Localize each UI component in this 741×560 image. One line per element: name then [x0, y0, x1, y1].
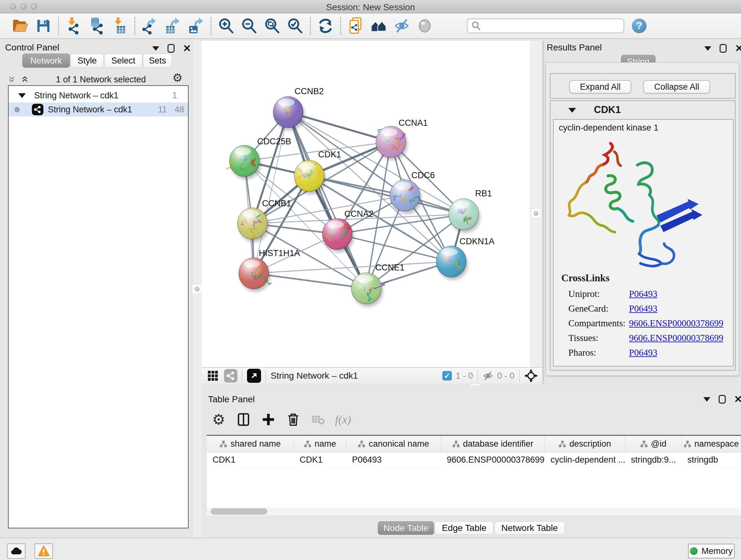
selected-checkbox-icon[interactable]: ✓: [442, 371, 452, 381]
network-edge: [288, 112, 366, 288]
panel-float-icon[interactable]: [719, 395, 726, 403]
birdseye-crosshair-icon[interactable]: [524, 369, 538, 383]
panel-close-icon[interactable]: ✕: [734, 394, 741, 404]
node-highlight: [299, 163, 316, 170]
collapse-all-button[interactable]: Collapse All: [643, 80, 710, 94]
clone-network-icon[interactable]: [344, 15, 367, 37]
tab-edge-table[interactable]: Edge Table: [434, 521, 494, 535]
network-node-CCNE1[interactable]: CCNE1: [351, 263, 405, 307]
collapse-triangle-icon[interactable]: [568, 108, 576, 113]
show-all-views-icon[interactable]: [367, 15, 390, 37]
network-node-CDK1[interactable]: CDK1: [294, 150, 341, 194]
cloud-icon[interactable]: [7, 543, 25, 559]
panel-menu-icon[interactable]: [152, 46, 159, 51]
splitter-handle[interactable]: [531, 208, 541, 218]
save-session-icon[interactable]: [32, 15, 55, 37]
table-settings-gear-icon[interactable]: ⚙: [209, 410, 228, 429]
warning-icon[interactable]: [35, 543, 53, 559]
column-header-id[interactable]: @id: [625, 436, 682, 452]
column-header-canonical-name[interactable]: canonical name: [346, 436, 441, 452]
open-session-icon[interactable]: [9, 15, 32, 37]
network-row-selected[interactable]: String Network – cdk1 11 48: [9, 103, 188, 117]
panel-menu-icon[interactable]: [703, 397, 711, 401]
clear-table-icon[interactable]: [308, 410, 328, 429]
crosslink-genecard-link[interactable]: P06493: [629, 303, 657, 314]
network-node-CCNA1[interactable]: CCNA1: [376, 118, 428, 160]
network-node-CDC6[interactable]: CDC6: [390, 171, 435, 214]
crosslink-row: Pharos: P06493: [568, 345, 728, 360]
expand-all-button[interactable]: Expand All: [569, 80, 631, 94]
grid-view-icon[interactable]: [204, 366, 221, 386]
search-input[interactable]: [467, 18, 624, 33]
control-panel-window-buttons: ✕: [152, 44, 191, 53]
tab-sets[interactable]: Sets: [143, 54, 172, 68]
memory-button[interactable]: Memory: [688, 544, 735, 558]
add-column-icon[interactable]: [259, 410, 278, 429]
collapse-triangle-icon[interactable]: [18, 93, 26, 98]
crosslink-pharos-link[interactable]: P06493: [629, 348, 657, 358]
import-table-from-file-icon[interactable]: [108, 15, 131, 37]
zoom-selected-icon[interactable]: [284, 15, 307, 37]
import-network-from-database-icon[interactable]: [85, 15, 108, 37]
network-options-gear-icon[interactable]: ⚙: [172, 72, 183, 84]
hide-graphics-details-icon[interactable]: [390, 15, 413, 37]
export-network-icon[interactable]: [138, 15, 161, 37]
panel-float-icon[interactable]: [167, 44, 175, 53]
expand-collapse-bar: Expand All Collapse All: [550, 73, 736, 99]
zoom-in-icon[interactable]: [215, 15, 238, 37]
panel-menu-icon[interactable]: [704, 46, 711, 51]
network-node-RB1[interactable]: RB1: [449, 189, 492, 233]
scrollbar-thumb[interactable]: [211, 508, 267, 515]
panel-float-icon[interactable]: [720, 44, 727, 53]
hidden-eye-icon[interactable]: [482, 370, 493, 381]
network-node-CCNB2[interactable]: CCNB2: [273, 86, 324, 131]
show-columns-icon[interactable]: [233, 410, 253, 429]
network-canvas[interactable]: CCNB2CCNA1CDC25BCDK1CDC6RB1CCNB1CCNA2CDK…: [202, 41, 530, 367]
column-header-database-identifier[interactable]: database identifier: [441, 436, 545, 452]
column-header-namespace[interactable]: namespace: [682, 436, 741, 452]
tab-style[interactable]: Style: [71, 54, 104, 68]
crosslink-uniprot-link[interactable]: P06493: [629, 289, 657, 299]
panel-divider: [542, 41, 544, 384]
panel-close-icon[interactable]: ✕: [183, 44, 191, 53]
network-collection-row[interactable]: String Network – cdk1 1: [9, 88, 188, 103]
panel-close-icon[interactable]: ✕: [735, 44, 741, 53]
column-header-name[interactable]: name: [294, 436, 346, 452]
delete-column-icon[interactable]: [283, 410, 303, 429]
function-builder-icon[interactable]: f(x): [333, 410, 353, 429]
zoom-fit-icon[interactable]: [261, 15, 284, 37]
network-node-HIST1H1A[interactable]: HIST1H1A: [239, 248, 300, 292]
left-splitter[interactable]: [192, 41, 202, 538]
detach-view-icon[interactable]: [247, 369, 261, 383]
current-network-name: String Network – cdk1: [271, 371, 358, 381]
splitter-handle[interactable]: [192, 284, 202, 294]
network-node-CDC25B[interactable]: CDC25B: [227, 137, 291, 179]
help-icon[interactable]: ?: [632, 18, 647, 33]
show-graphics-details-icon[interactable]: [413, 15, 436, 37]
table-row[interactable]: CDK1 CDK1 P06493 9606.ENSP00000378699 cy…: [207, 452, 741, 468]
tab-network[interactable]: Network: [22, 54, 70, 68]
memory-label: Memory: [701, 546, 733, 556]
export-table-icon[interactable]: [161, 15, 185, 37]
tab-node-table[interactable]: Node Table: [378, 521, 434, 535]
crosslink-tissues-link[interactable]: 9606.ENSP00000378699: [629, 333, 724, 343]
node-highlight: [242, 210, 259, 218]
crosslink-compartments-link[interactable]: 9606.ENSP00000378699: [629, 318, 724, 328]
import-network-from-file-icon[interactable]: [62, 15, 85, 37]
table-horizontal-scrollbar[interactable]: [207, 508, 741, 515]
tab-network-table[interactable]: Network Table: [494, 521, 565, 535]
column-header-shared-name[interactable]: shared name: [207, 436, 294, 452]
node-highlight: [234, 147, 251, 155]
network-node-CDKN1A[interactable]: CDKN1A: [436, 237, 495, 280]
control-panel-title: Control Panel: [5, 43, 59, 53]
tab-select[interactable]: Select: [105, 54, 142, 68]
network-overview-icon[interactable]: [224, 369, 238, 382]
zoom-out-icon[interactable]: [238, 15, 261, 37]
search-field[interactable]: [481, 21, 618, 31]
node-label: CDKN1A: [460, 237, 495, 246]
right-splitter[interactable]: [530, 41, 542, 384]
export-image-icon[interactable]: [185, 15, 207, 37]
cell-name: CDK1: [294, 452, 346, 467]
refresh-icon[interactable]: [314, 15, 337, 37]
column-header-description[interactable]: description: [545, 436, 625, 452]
